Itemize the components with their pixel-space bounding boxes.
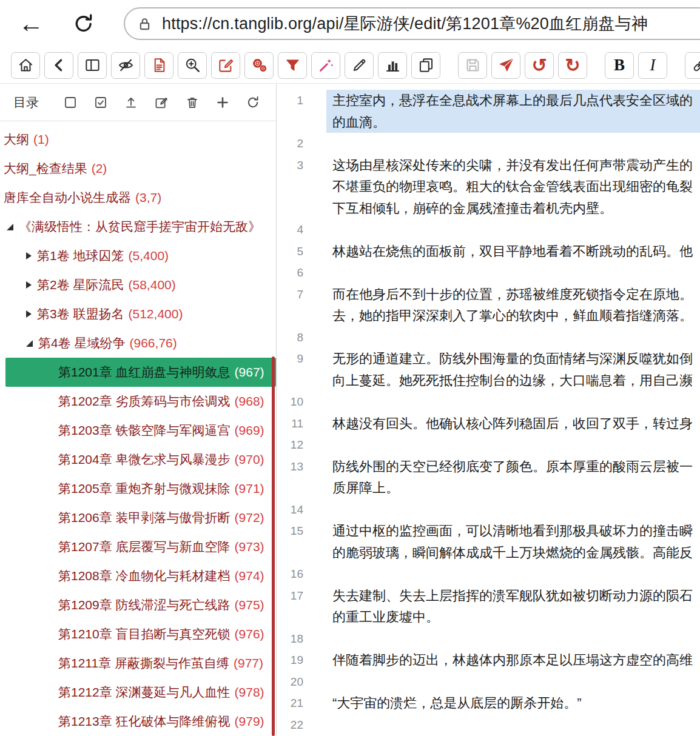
- editor-line[interactable]: 10: [277, 391, 700, 413]
- tree-item[interactable]: 第1211章 屏蔽撕裂与作茧自缚(977): [0, 649, 276, 678]
- editor-line[interactable]: 9无形的通道建立。防线外围海量的负面情绪与深渊反噬犹如倒向上蔓延。她死死抵住控制…: [277, 348, 700, 391]
- editor-line[interactable]: 2: [277, 133, 700, 155]
- plus-icon[interactable]: [215, 95, 230, 110]
- editor-line[interactable]: 12: [277, 434, 700, 456]
- editor-line[interactable]: 21“大宇宙的溃烂，总是从底层的厮杀开始。”: [277, 692, 700, 714]
- tree-item[interactable]: 第1卷 地球囚笼(5,400): [0, 241, 276, 270]
- editor-line[interactable]: 3这场由星核深处传来的尖啸，并没有发出任何声带震动产生的不堪重负的物理哀鸣。粗大…: [277, 155, 700, 219]
- line-number: 14: [277, 499, 303, 521]
- reload-button[interactable]: [73, 13, 95, 35]
- collapse-arrow-icon[interactable]: [7, 224, 13, 230]
- tree-item-count: (975): [235, 598, 264, 612]
- expand-arrow-icon[interactable]: [26, 252, 32, 259]
- expand-arrow-icon[interactable]: [26, 281, 32, 289]
- tree-item-selected[interactable]: 第1201章 血红崩盘与神明敛息(967): [5, 358, 276, 387]
- line-number: 22: [277, 714, 303, 736]
- tree-item[interactable]: 大纲_检查结果(2): [0, 154, 276, 183]
- undo-button[interactable]: ↺: [525, 52, 554, 79]
- line-number: 1: [277, 90, 303, 112]
- redo-button[interactable]: ↻: [558, 52, 587, 79]
- magic-wand-button[interactable]: [311, 52, 340, 79]
- save-button[interactable]: [458, 52, 487, 79]
- upload-icon[interactable]: [124, 95, 138, 110]
- tree-item[interactable]: 第1204章 卑微乞求与风暴漫步(970): [0, 445, 276, 474]
- editor-line[interactable]: 8: [277, 327, 700, 349]
- tree-item-label: 第1205章 重炮齐射与微观抹除: [58, 480, 231, 497]
- editor-body[interactable]: 1主控室内，悬浮在全息战术屏幕上的最后几点代表安全区域的的血滴。23这场由星核深…: [277, 84, 700, 736]
- tree-item[interactable]: 第1213章 狂化破体与降维俯视(979): [0, 707, 276, 736]
- editor-line[interactable]: 19伴随着脚步的迈出，林越体内那原本足以压塌这方虚空的高维: [277, 649, 700, 671]
- editor-line[interactable]: 11林越没有回头。他确认核心阵列稳固后，收回了双手，转过身: [277, 413, 700, 435]
- tree-item[interactable]: 第1207章 底层覆写与新血空降(973): [0, 532, 276, 561]
- eye-off-button[interactable]: [111, 52, 140, 79]
- checkbox-checked-icon[interactable]: [93, 95, 108, 110]
- pencil-button[interactable]: [345, 52, 374, 79]
- collapse-panel-button[interactable]: [44, 52, 73, 79]
- zoom-in-icon: [184, 57, 201, 73]
- tree-item-count: (972): [235, 510, 264, 525]
- tree-item-label: 第1206章 装甲剥落与傲骨折断: [58, 509, 231, 526]
- bold-button[interactable]: B: [605, 52, 634, 79]
- sidebar-scrollbar-thumb[interactable]: [272, 356, 275, 736]
- tree-item[interactable]: 第1209章 防线滞涩与死亡线路(975): [0, 590, 276, 620]
- tree-item[interactable]: 第3卷 联盟扬名(512,400): [0, 299, 276, 329]
- checkbox-empty-icon[interactable]: [63, 95, 78, 110]
- gears-button[interactable]: [244, 52, 274, 79]
- refresh-icon[interactable]: [246, 95, 260, 110]
- editor-line[interactable]: 5林越站在烧焦的面板前，双目平静地看着不断跳动的乱码。他: [277, 241, 700, 263]
- link-button[interactable]: [685, 52, 700, 79]
- editor-line[interactable]: 18: [277, 628, 700, 650]
- line-text: 通过中枢的监控画面，可以清晰地看到那极具破坏力的撞击瞬的脆弱玻璃，瞬间解体成成千…: [326, 520, 700, 563]
- trash-icon[interactable]: [185, 95, 200, 110]
- tree-item[interactable]: 第1212章 深渊蔓延与凡人血性(978): [0, 678, 276, 707]
- editor-line[interactable]: 4: [277, 219, 700, 241]
- bar-chart-button[interactable]: [378, 52, 407, 79]
- editor-line[interactable]: 14: [277, 499, 700, 521]
- line-number: 12: [277, 434, 303, 456]
- line-number: 15: [277, 520, 303, 542]
- tree-item[interactable]: 第1202章 劣质筹码与市侩调戏(968): [0, 387, 276, 416]
- filter-button[interactable]: [278, 52, 307, 79]
- tree-item[interactable]: 第1205章 重炮齐射与微观抹除(971): [0, 474, 276, 503]
- editor-line[interactable]: 17失去建制、失去上层指挥的溃军舰队犹如被切断动力源的陨石的重工业废墟中。: [277, 585, 700, 628]
- copy-button[interactable]: [411, 52, 440, 79]
- tree-item[interactable]: 第1206章 装甲剥落与傲骨折断(972): [0, 503, 276, 532]
- line-number: 8: [277, 327, 303, 349]
- italic-button[interactable]: I: [638, 52, 667, 79]
- tree-item[interactable]: 第1203章 铁骸空降与军阀逼宫(969): [0, 416, 276, 445]
- tree-item-count: (969): [235, 423, 264, 438]
- columns-button[interactable]: [78, 52, 107, 79]
- editor-line[interactable]: 7而在他身后不到十步的位置，苏瑶被维度死锁指令定在原地。去，她的指甲深深刺入了掌…: [277, 284, 700, 327]
- tree-item[interactable]: 第2卷 星际流民(58,400): [0, 270, 276, 299]
- tree-item-label: 第1210章 盲目掐断与真空死锁: [58, 626, 231, 643]
- tree-item[interactable]: 第1210章 盲目掐断与真空死锁(976): [0, 620, 276, 649]
- home-button[interactable]: [11, 52, 40, 79]
- tree-item[interactable]: 第4卷 星域纷争(966,76): [0, 329, 276, 358]
- line-text: 无形的通道建立。防线外围海量的负面情绪与深渊反噬犹如倒向上蔓延。她死死抵住控制台…: [326, 348, 700, 391]
- zoom-in-button[interactable]: [178, 52, 207, 79]
- tree-item[interactable]: 第1208章 冷血物化与耗材建档(974): [0, 561, 276, 590]
- edit-square-icon: [218, 57, 234, 73]
- toc-actions: [63, 95, 260, 110]
- editor-line[interactable]: 1主控室内，悬浮在全息战术屏幕上的最后几点代表安全区域的的血滴。: [277, 90, 700, 133]
- edit-square-button[interactable]: [211, 52, 240, 79]
- editor-line[interactable]: 15通过中枢的监控画面，可以清晰地看到那极具破坏力的撞击瞬的脆弱玻璃，瞬间解体成…: [277, 520, 700, 563]
- editor-line[interactable]: 22: [277, 714, 700, 736]
- tree-item-label: 大纲: [4, 131, 29, 148]
- tree-item[interactable]: 大纲(1): [0, 125, 276, 154]
- document-button[interactable]: [144, 52, 173, 79]
- tree-item[interactable]: 唐库全自动小说生成器(3,7): [0, 183, 276, 212]
- tree-item-count: (973): [235, 540, 264, 554]
- collapse-arrow-icon[interactable]: [26, 340, 33, 347]
- expand-arrow-icon[interactable]: [26, 310, 32, 318]
- browser-nav-controls: ←: [18, 11, 95, 36]
- back-button[interactable]: ←: [18, 11, 44, 36]
- url-bar[interactable]: https://cn.tanglib.org/api/星际游侠/edit/第12…: [124, 7, 700, 40]
- editor-line[interactable]: 13防线外围的天空已经彻底变了颜色。原本厚重的酸雨云层被一质屏障上。: [277, 456, 700, 499]
- editor-line[interactable]: 6: [277, 262, 700, 284]
- editor-line[interactable]: 20: [277, 671, 700, 693]
- editor-line[interactable]: 16: [277, 563, 700, 585]
- edit-icon[interactable]: [154, 95, 169, 110]
- send-button[interactable]: [491, 52, 520, 79]
- tree-item[interactable]: 《满级悟性：从贫民窟手搓宇宙开始无敌》: [0, 212, 276, 241]
